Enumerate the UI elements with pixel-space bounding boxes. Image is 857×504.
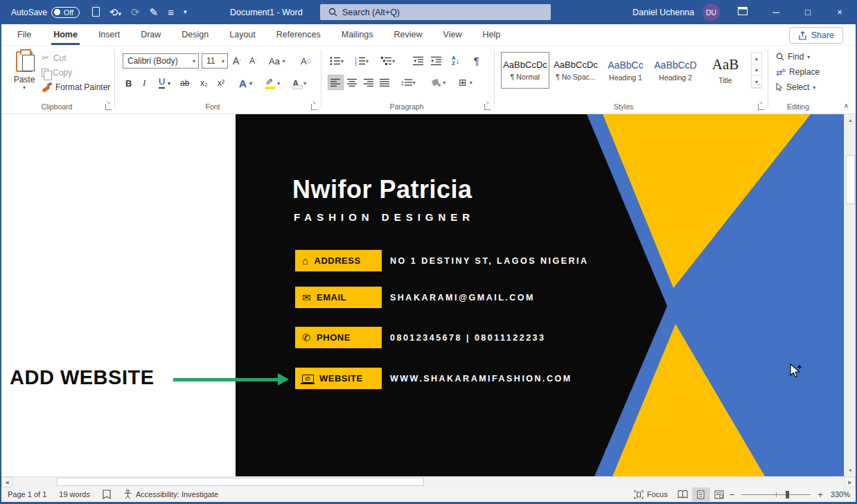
avatar[interactable]: DU (703, 3, 720, 21)
sort-button[interactable]: AZ↓ (452, 53, 459, 69)
ribbon-display-icon[interactable] (738, 7, 748, 17)
style-heading2[interactable]: AaBbCcD Heading 2 (651, 52, 700, 89)
tab-file[interactable]: File (6, 24, 43, 45)
highlight-button[interactable]: ▾ (265, 75, 280, 91)
decrease-indent-button[interactable] (413, 53, 424, 69)
print-layout-button[interactable] (692, 487, 710, 501)
underline-chevron-icon[interactable]: ▾ (168, 75, 170, 91)
tab-design[interactable]: Design (171, 24, 219, 45)
word-count[interactable]: 19 words (53, 487, 96, 502)
justify-button[interactable] (380, 75, 390, 90)
proofing-icon[interactable] (96, 487, 117, 502)
tab-layout[interactable]: Layout (219, 24, 266, 45)
increase-indent-button[interactable] (431, 53, 442, 69)
tab-references[interactable]: References (266, 24, 331, 45)
tab-mailings[interactable]: Mailings (331, 24, 384, 45)
shrink-font-button[interactable]: Aˇ (249, 53, 256, 69)
user-name[interactable]: Daniel Uchenna (633, 8, 694, 17)
align-center-button[interactable] (347, 75, 357, 90)
subscript-button[interactable]: x₂ (200, 75, 208, 91)
zoom-level[interactable]: 330% (824, 487, 851, 502)
underline-button[interactable]: U (159, 75, 165, 89)
undo-icon[interactable]: ⟲▾ (109, 7, 121, 17)
text-effects-button[interactable]: A ▾ (239, 75, 252, 91)
show-marks-button[interactable]: ¶ (474, 53, 479, 69)
change-case-button[interactable]: Aa ▾ (269, 53, 285, 69)
clear-formatting-button[interactable]: A◇ (301, 53, 312, 69)
find-icon (776, 53, 784, 61)
multilevel-list-button[interactable]: ▾ (381, 53, 395, 69)
new-file-icon[interactable] (92, 7, 100, 18)
paragraph-dialog-launcher[interactable] (484, 104, 491, 110)
brush-icon (42, 82, 51, 92)
horizontal-scroll-thumb[interactable] (57, 478, 424, 486)
grow-font-button[interactable]: Aˆ (233, 53, 241, 69)
read-mode-button[interactable] (674, 487, 692, 501)
clipboard-group-label: Clipboard (22, 102, 91, 111)
find-button[interactable]: Find▾ (776, 52, 810, 62)
font-size-select[interactable]: 11▾ (202, 53, 228, 69)
style-heading1[interactable]: AaBbCc Heading 1 (601, 52, 650, 89)
qat-chevron-icon[interactable]: ▾ (184, 9, 187, 15)
clipboard-dialog-launcher[interactable] (105, 104, 112, 110)
tab-insert[interactable]: Insert (88, 24, 130, 45)
tab-draw[interactable]: Draw (130, 24, 171, 45)
styles-down-icon[interactable]: ▼ (752, 64, 761, 76)
envelope-icon: ✉ (302, 292, 311, 303)
vertical-scroll-thumb[interactable] (846, 155, 855, 204)
numbering-button[interactable]: 123▾ (355, 53, 369, 69)
align-left-button[interactable] (328, 75, 344, 90)
align-right-button[interactable] (364, 75, 374, 90)
close-button[interactable]: × (824, 0, 856, 24)
pen-mode-icon[interactable]: ✎ (150, 7, 159, 17)
bold-button[interactable]: B (125, 75, 132, 91)
zoom-in-button[interactable]: + (816, 489, 824, 500)
accessibility-status[interactable]: Accessibility: Investigate (117, 487, 224, 502)
tab-help[interactable]: Help (472, 24, 511, 45)
tab-view[interactable]: View (433, 24, 472, 45)
paste-button[interactable]: Paste ▾ (10, 51, 39, 102)
italic-button[interactable]: I (143, 75, 145, 91)
maximize-button[interactable]: □ (792, 0, 824, 24)
collapse-ribbon-icon[interactable]: ∧ (844, 102, 849, 109)
superscript-button[interactable]: x² (218, 75, 224, 91)
tab-review[interactable]: Review (384, 24, 433, 45)
replace-button[interactable]: ⇄b Replace (776, 67, 820, 78)
zoom-slider-thumb[interactable] (786, 491, 789, 498)
address-value: NO 1 DESTINY ST, LAGOS NIGERIA (390, 256, 589, 266)
scroll-right-icon[interactable]: ▶ (845, 477, 856, 487)
focus-button[interactable]: Focus (628, 487, 674, 502)
shading-button[interactable]: ▾ (431, 75, 445, 90)
borders-button[interactable]: ⊞ ▾ (459, 75, 472, 90)
scroll-down-icon[interactable]: ▼ (845, 465, 856, 476)
vertical-scrollbar[interactable]: ▲ ▼ (844, 114, 856, 476)
web-layout-button[interactable] (710, 487, 728, 501)
document-canvas[interactable]: Nwifor Patricia FASHION DESIGNER ⌂ADDRES… (1, 114, 856, 476)
style-no-spacing[interactable]: AaBbCcDc ¶ No Spac... (551, 52, 600, 89)
font-color-button[interactable]: A ▾ (292, 75, 306, 91)
style-normal[interactable]: AaBbCcDc ¶ Normal (501, 52, 549, 89)
search-input[interactable]: Search (Alt+Q) (320, 4, 551, 20)
line-spacing-button[interactable]: ↕ ▾ (400, 75, 416, 90)
styles-up-icon[interactable]: ▲ (752, 53, 761, 64)
zoom-out-button[interactable]: − (728, 489, 736, 500)
share-button[interactable]: Share (789, 27, 843, 44)
bullets-button[interactable]: ▾ (330, 53, 344, 69)
font-name-select[interactable]: Calibri (Body)▾ (123, 53, 199, 69)
zoom-slider[interactable] (741, 494, 811, 495)
minimize-button[interactable]: ─ (760, 0, 792, 24)
style-title[interactable]: AaB Title (701, 52, 750, 89)
scroll-up-icon[interactable]: ▲ (845, 114, 856, 126)
styles-expand-icon[interactable]: ▼̲ (752, 76, 761, 88)
tab-home[interactable]: Home (43, 24, 88, 45)
strikethrough-button[interactable]: ab (180, 75, 189, 91)
list-icon[interactable]: ≡ (168, 7, 174, 17)
autosave-toggle[interactable]: Off (51, 7, 80, 18)
font-dialog-launcher[interactable] (311, 104, 317, 110)
format-painter-button[interactable]: Format Painter (42, 82, 110, 92)
select-button[interactable]: Select▾ (776, 82, 815, 92)
page-indicator[interactable]: Page 1 of 1 (6, 487, 53, 502)
scroll-left-icon[interactable]: ◀ (1, 477, 12, 487)
horizontal-scrollbar[interactable]: ◀ ▶ (1, 476, 856, 487)
autosave-control[interactable]: AutoSave Off (11, 7, 80, 18)
